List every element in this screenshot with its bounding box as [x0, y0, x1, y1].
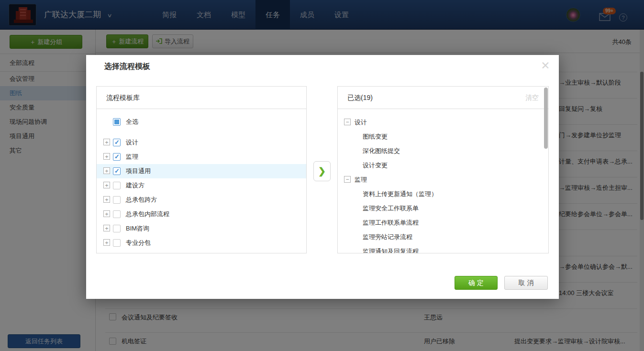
template-category-row-5[interactable]: ＋总承包内部流程	[97, 207, 306, 221]
category-checkbox[interactable]	[113, 239, 121, 247]
expand-icon[interactable]: ＋	[103, 167, 110, 174]
category-label: 专业分包	[126, 239, 151, 246]
expand-icon[interactable]: ＋	[103, 196, 110, 203]
expand-icon[interactable]: ＋	[103, 153, 110, 160]
move-right-button[interactable]: ❯	[313, 161, 331, 181]
template-category-row-2[interactable]: ＋项目通用	[97, 164, 306, 178]
template-library-tree: 全选 ＋设计＋监理＋项目通用＋建设方＋总承包跨方＋总承包内部流程＋BIM咨询＋专…	[97, 110, 306, 253]
selected-template-label: 监理工作联系单流程	[363, 219, 419, 226]
category-label: 总承包跨方	[126, 196, 157, 203]
category-checkbox[interactable]	[113, 153, 121, 161]
selected-template-label: 资料上传更新通知（监理）	[363, 190, 437, 197]
category-checkbox[interactable]	[113, 210, 121, 218]
category-label: BIM咨询	[126, 225, 149, 232]
template-category-row-1[interactable]: ＋监理	[97, 150, 306, 164]
category-checkbox[interactable]	[113, 196, 121, 204]
close-icon[interactable]: ✕	[539, 59, 552, 72]
category-label: 项目通用	[126, 167, 151, 175]
selected-template-row-1-0[interactable]: 资料上传更新通知（监理）	[338, 187, 548, 201]
collapse-icon[interactable]: −	[344, 119, 351, 125]
selected-template-row-1-2[interactable]: 监理工作联系单流程	[338, 216, 548, 230]
confirm-button[interactable]: 确 定	[455, 276, 498, 290]
select-all-checkbox[interactable]	[113, 118, 121, 126]
selected-template-label: 深化图纸提交	[363, 147, 400, 154]
template-library-panel: 流程模板库 全选 ＋设计＋监理＋项目通用＋建设方＋总承包跨方＋总承包内部流程＋B…	[96, 86, 307, 253]
template-category-row-4[interactable]: ＋总承包跨方	[97, 193, 306, 207]
panel-scrollbar-thumb[interactable]	[544, 88, 548, 149]
app-window: 广联达大厦二期 ∨ 简报文档模型任务成员设置 99+ ? ＋ 新建分组 全部流程…	[0, 0, 644, 351]
select-template-dialog: 选择流程模板 ✕ 流程模板库 全选 ＋设计＋监理＋项目通用＋建设方＋总承包跨方＋…	[86, 55, 559, 299]
selected-group-label: 监理	[355, 176, 367, 183]
template-category-row-7[interactable]: ＋专业分包	[97, 236, 306, 250]
selected-count-title: 已选(19)	[338, 87, 548, 109]
selected-group-row-0[interactable]: −设计	[338, 115, 548, 130]
expand-icon[interactable]: ＋	[103, 239, 110, 246]
selected-group-label: 设计	[355, 119, 367, 126]
category-label: 建设方	[126, 182, 144, 189]
clear-selection-link[interactable]: 清空	[525, 87, 539, 109]
selected-templates-panel: 已选(19) 清空 −设计图纸变更深化图纸提交设计变更−监理资料上传更新通知（监…	[337, 86, 549, 253]
dialog-title: 选择流程模板	[104, 62, 150, 72]
selected-template-row-0-2[interactable]: 设计变更	[338, 158, 548, 173]
selected-template-row-1-4[interactable]: 监理通知及回复流程	[338, 244, 548, 253]
selected-template-label: 监理安全工作联系单	[363, 205, 419, 212]
select-all-label: 全选	[126, 118, 138, 125]
selected-template-row-1-1[interactable]: 监理安全工作联系单	[338, 201, 548, 216]
selected-templates-tree: −设计图纸变更深化图纸提交设计变更−监理资料上传更新通知（监理）监理安全工作联系…	[338, 110, 548, 253]
template-category-row-3[interactable]: ＋建设方	[97, 178, 306, 193]
expand-icon[interactable]: ＋	[103, 182, 110, 188]
selected-template-row-0-1[interactable]: 深化图纸提交	[338, 144, 548, 158]
category-label: 总承包内部流程	[126, 210, 169, 218]
template-category-row-6[interactable]: ＋BIM咨询	[97, 221, 306, 236]
select-all-row[interactable]: 全选	[97, 113, 306, 131]
expand-icon[interactable]: ＋	[103, 139, 110, 145]
selected-template-label: 监理旁站记录流程	[363, 233, 412, 241]
selected-template-label: 监理通知及回复流程	[363, 248, 419, 253]
category-label: 设计	[126, 139, 138, 146]
category-checkbox[interactable]	[113, 182, 121, 189]
collapse-icon[interactable]: −	[344, 176, 351, 183]
category-checkbox[interactable]	[113, 139, 121, 146]
template-category-row-0[interactable]: ＋设计	[97, 135, 306, 150]
expand-icon[interactable]: ＋	[103, 210, 110, 217]
selected-template-label: 图纸变更	[363, 133, 388, 140]
category-checkbox[interactable]	[113, 225, 121, 232]
selected-template-row-1-3[interactable]: 监理旁站记录流程	[338, 230, 548, 244]
cancel-button[interactable]: 取 消	[504, 276, 548, 290]
selected-template-row-0-0[interactable]: 图纸变更	[338, 130, 548, 144]
selected-group-row-1[interactable]: −监理	[338, 173, 548, 187]
selected-template-label: 设计变更	[363, 162, 388, 169]
category-checkbox[interactable]	[113, 167, 121, 175]
template-library-title: 流程模板库	[97, 87, 306, 109]
expand-icon[interactable]: ＋	[103, 225, 110, 231]
category-label: 监理	[126, 153, 138, 160]
